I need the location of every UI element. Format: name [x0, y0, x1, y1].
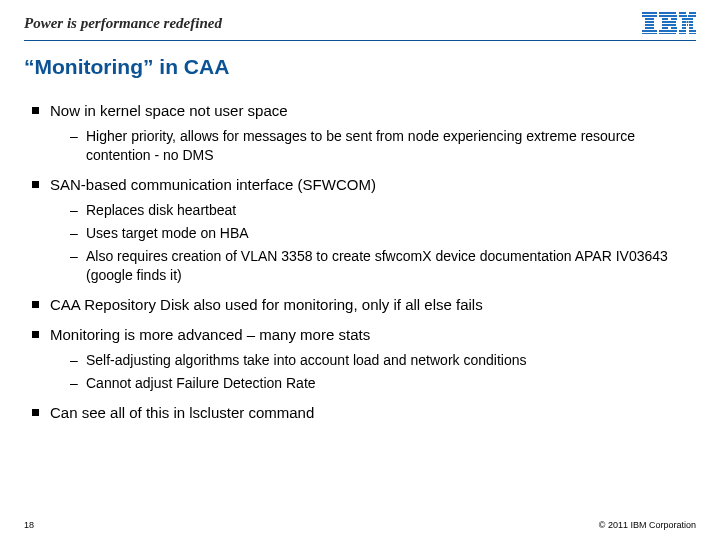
svg-rect-17 — [659, 33, 676, 34]
svg-rect-3 — [645, 21, 654, 23]
svg-rect-20 — [679, 15, 687, 17]
svg-rect-2 — [645, 18, 654, 20]
footer: 18 © 2011 IBM Corporation — [24, 520, 696, 530]
content-area: Now in kernel space not user space Highe… — [24, 101, 696, 423]
bullet-item: CAA Repository Disk also used for monito… — [32, 295, 696, 315]
svg-rect-11 — [671, 18, 677, 20]
sub-item: Uses target mode on HBA — [70, 224, 696, 243]
bullet-item: Can see all of this in lscluster command — [32, 403, 696, 423]
svg-rect-8 — [659, 12, 676, 14]
svg-rect-27 — [682, 24, 686, 26]
svg-rect-0 — [642, 12, 657, 14]
header: Power is performance redefined — [24, 12, 696, 41]
svg-rect-34 — [679, 33, 686, 34]
copyright: © 2011 IBM Corporation — [599, 520, 696, 530]
sub-list: Self-adjusting algorithms take into acco… — [50, 351, 696, 393]
svg-rect-14 — [662, 27, 668, 29]
tagline: Power is performance redefined — [24, 15, 222, 32]
svg-rect-12 — [662, 21, 676, 23]
svg-rect-9 — [659, 15, 677, 17]
bullet-text: SAN-based communication interface (SFWCO… — [50, 176, 376, 193]
bullet-list: Now in kernel space not user space Highe… — [24, 101, 696, 423]
sub-item: Cannot adjust Failure Detection Rate — [70, 374, 696, 393]
svg-rect-7 — [642, 33, 657, 34]
slide-title: “Monitoring” in CAA — [24, 55, 696, 79]
svg-rect-10 — [662, 18, 668, 20]
sub-item: Self-adjusting algorithms take into acco… — [70, 351, 696, 370]
sub-item: Higher priority, allows for messages to … — [70, 127, 696, 165]
svg-rect-28 — [687, 24, 688, 26]
svg-rect-25 — [687, 21, 689, 23]
sub-list: Replaces disk heartbeat Uses target mode… — [50, 201, 696, 285]
svg-rect-6 — [642, 30, 657, 32]
sub-item: Also requires creation of VLAN 3358 to c… — [70, 247, 696, 285]
svg-rect-23 — [687, 18, 693, 20]
svg-rect-18 — [679, 12, 686, 14]
svg-rect-1 — [642, 15, 657, 17]
bullet-text: Can see all of this in lscluster command — [50, 404, 314, 421]
bullet-text: Monitoring is more advanced – many more … — [50, 326, 370, 343]
svg-rect-30 — [682, 27, 686, 29]
svg-rect-29 — [689, 24, 693, 26]
svg-rect-32 — [679, 30, 686, 32]
svg-rect-15 — [671, 27, 677, 29]
svg-rect-19 — [689, 12, 696, 14]
svg-rect-5 — [645, 27, 654, 29]
svg-rect-16 — [659, 30, 677, 32]
bullet-item: SAN-based communication interface (SFWCO… — [32, 175, 696, 285]
svg-rect-24 — [682, 21, 686, 23]
bullet-item: Now in kernel space not user space Highe… — [32, 101, 696, 165]
svg-rect-35 — [689, 33, 696, 34]
sub-item: Replaces disk heartbeat — [70, 201, 696, 220]
ibm-logo-icon — [642, 12, 696, 34]
svg-rect-26 — [689, 21, 693, 23]
svg-rect-4 — [645, 24, 654, 26]
bullet-item: Monitoring is more advanced – many more … — [32, 325, 696, 393]
sub-list: Higher priority, allows for messages to … — [50, 127, 696, 165]
svg-rect-31 — [689, 27, 693, 29]
bullet-text: CAA Repository Disk also used for monito… — [50, 296, 483, 313]
svg-rect-13 — [662, 24, 676, 26]
bullet-text: Now in kernel space not user space — [50, 102, 288, 119]
svg-rect-21 — [688, 15, 696, 17]
svg-rect-33 — [689, 30, 696, 32]
page-number: 18 — [24, 520, 34, 530]
